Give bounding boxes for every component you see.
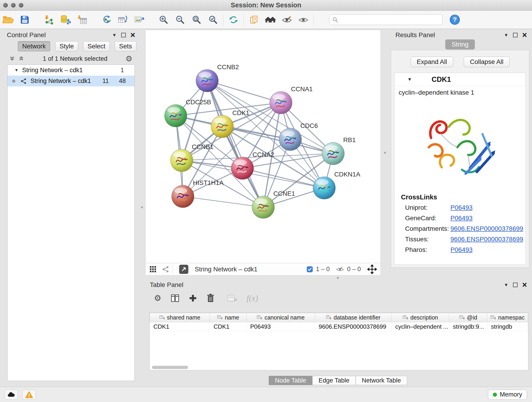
- horizontal-scrollbar[interactable]: [152, 366, 188, 369]
- warning-button[interactable]: [22, 390, 36, 400]
- cytoscape-window: Session: New Session: [0, 0, 532, 402]
- zoom-out-button[interactable]: [172, 12, 188, 27]
- share-view-icon[interactable]: [162, 266, 169, 273]
- network-collection-row[interactable]: ▼ String Network – cdk1 1: [7, 65, 134, 76]
- cell-id[interactable]: stringdb:9...: [449, 322, 487, 332]
- cell-canonical-name[interactable]: P06493: [247, 322, 315, 332]
- column-header-description[interactable]: description: [392, 313, 449, 322]
- cell-shared-name[interactable]: CDK1: [150, 322, 210, 332]
- column-header-name[interactable]: name: [210, 313, 247, 322]
- collapse-results-icon[interactable]: ▼: [504, 32, 508, 38]
- expand-all-icon[interactable]: [18, 55, 25, 62]
- right-splitter-handle[interactable]: [384, 152, 386, 154]
- close-results-icon[interactable]: ×: [522, 33, 527, 37]
- tab-string[interactable]: String: [445, 39, 475, 50]
- network-row[interactable]: String Network – cdk1 11 48: [7, 76, 134, 86]
- network-node-HIST1H1A[interactable]: HIST1H1A: [172, 179, 224, 208]
- import-network-database-button[interactable]: [57, 12, 74, 27]
- gene-disclosure-icon[interactable]: ▼: [407, 77, 412, 82]
- close-table-icon[interactable]: ×: [522, 283, 527, 287]
- copy-button[interactable]: [246, 12, 262, 27]
- tab-select[interactable]: Select: [83, 41, 110, 51]
- crosslink-link[interactable]: P06493: [450, 246, 473, 254]
- gene-header-row[interactable]: ▼ CDK1: [394, 73, 526, 86]
- network-from-table-button[interactable]: [114, 12, 131, 27]
- table-row[interactable]: CDK1 CDK1 P06493 9606.ENSP00000378699 cy…: [150, 322, 528, 332]
- table-gear-icon[interactable]: ⚙: [154, 293, 161, 303]
- zoom-in-button[interactable]: [155, 12, 172, 27]
- cloud-button[interactable]: [5, 390, 18, 400]
- columns-icon[interactable]: [171, 294, 180, 303]
- cell-description[interactable]: cyclin–dependent ...: [392, 322, 449, 332]
- tab-sets[interactable]: Sets: [115, 41, 136, 51]
- crosslink-link[interactable]: 9606.ENSP00000378699: [450, 236, 523, 243]
- network-node-CDK1[interactable]: CDK1: [211, 109, 249, 138]
- left-splitter-handle[interactable]: [141, 206, 143, 208]
- import-table-button[interactable]: [74, 12, 90, 27]
- crosslink-link[interactable]: P06493: [450, 204, 473, 211]
- tab-edge-table[interactable]: Edge Table: [312, 376, 355, 385]
- memory-button[interactable]: Memory: [488, 390, 527, 400]
- selected-checkbox-icon[interactable]: [306, 266, 313, 273]
- tab-network-table[interactable]: Network Table: [355, 376, 407, 385]
- cell-database-identifier[interactable]: 9606.ENSP00000378699: [315, 322, 392, 332]
- delete-table-icon[interactable]: [227, 294, 237, 303]
- pan-crosshair-icon[interactable]: [367, 264, 377, 274]
- collapse-table-icon[interactable]: ▼: [504, 282, 508, 288]
- network-node-RB1[interactable]: RB1: [322, 136, 355, 165]
- add-column-icon[interactable]: [189, 294, 197, 302]
- delete-column-icon[interactable]: [206, 293, 215, 303]
- network-node-CCNA1[interactable]: CCNA1: [270, 85, 313, 114]
- crosslink-link[interactable]: 9606.ENSP00000378699: [450, 225, 523, 232]
- network-edge[interactable]: [207, 81, 263, 207]
- save-session-button[interactable]: [17, 12, 33, 27]
- network-graph[interactable]: CCNB2CCNA1CDC25BCDK1CDC6RB1CCNB1CCNA2CDK…: [146, 30, 380, 263]
- column-header-database-identifier[interactable]: database identifier: [315, 313, 392, 322]
- network-view[interactable]: CCNB2CCNA1CDC25BCDK1CDC6RB1CCNB1CCNA2CDK…: [145, 30, 381, 263]
- network-node-CDKN1A[interactable]: CDKN1A: [313, 171, 360, 199]
- column-header-canonical-name[interactable]: canonical name: [247, 313, 315, 322]
- close-panel-icon[interactable]: ×: [130, 33, 135, 37]
- new-network-button[interactable]: [98, 12, 114, 27]
- detach-view-button[interactable]: [179, 265, 188, 274]
- tab-network[interactable]: Network: [18, 41, 50, 51]
- cell-name[interactable]: CDK1: [210, 322, 247, 332]
- cell-namespace[interactable]: stringdb: [487, 322, 528, 332]
- tab-style[interactable]: Style: [55, 41, 78, 51]
- column-header-id[interactable]: @id: [449, 313, 487, 322]
- gear-icon[interactable]: ⚙: [126, 54, 133, 63]
- zoom-fit-button[interactable]: [188, 12, 205, 27]
- refresh-button[interactable]: [225, 12, 242, 27]
- function-builder-icon[interactable]: f(x): [247, 293, 258, 303]
- collapse-all-button[interactable]: Collapse All: [464, 57, 510, 67]
- column-header-shared-name[interactable]: shared name: [150, 313, 210, 322]
- float-panel-icon[interactable]: [121, 33, 126, 37]
- expand-all-button[interactable]: Expand All: [411, 57, 453, 67]
- network-node-CCNB1[interactable]: CCNB1: [171, 143, 214, 172]
- search-input[interactable]: [338, 16, 437, 23]
- help-button[interactable]: ?: [447, 12, 463, 27]
- crosslink-link[interactable]: P06493: [450, 215, 473, 222]
- birdseye-home-button[interactable]: [262, 12, 279, 27]
- zoom-selected-button[interactable]: [205, 12, 221, 27]
- network-edge[interactable]: [183, 196, 263, 207]
- float-table-icon[interactable]: [513, 283, 518, 287]
- disclosure-triangle-icon[interactable]: ▼: [14, 68, 19, 73]
- collapse-all-icon[interactable]: [9, 55, 16, 62]
- crosslinks-title: CrossLinks: [401, 193, 526, 201]
- column-header-namespace[interactable]: namespac: [487, 313, 528, 322]
- network-edge[interactable]: [207, 81, 281, 103]
- collapse-panel-icon[interactable]: ▼: [112, 32, 117, 38]
- annotation-show-button[interactable]: [295, 12, 312, 27]
- import-network-file-button[interactable]: [41, 12, 57, 27]
- open-session-button[interactable]: [0, 12, 17, 27]
- bottom-splitter-handle[interactable]: [337, 277, 339, 279]
- network-node-CCNE1[interactable]: CCNE1: [252, 190, 295, 218]
- annotation-hide-button[interactable]: [279, 12, 295, 27]
- hidden-eye-icon[interactable]: [336, 266, 344, 273]
- float-results-icon[interactable]: [513, 33, 518, 37]
- grid-view-icon[interactable]: [149, 265, 157, 273]
- export-image-button[interactable]: [131, 12, 147, 27]
- tab-node-table[interactable]: Node Table: [269, 376, 312, 385]
- network-edge[interactable]: [242, 168, 324, 188]
